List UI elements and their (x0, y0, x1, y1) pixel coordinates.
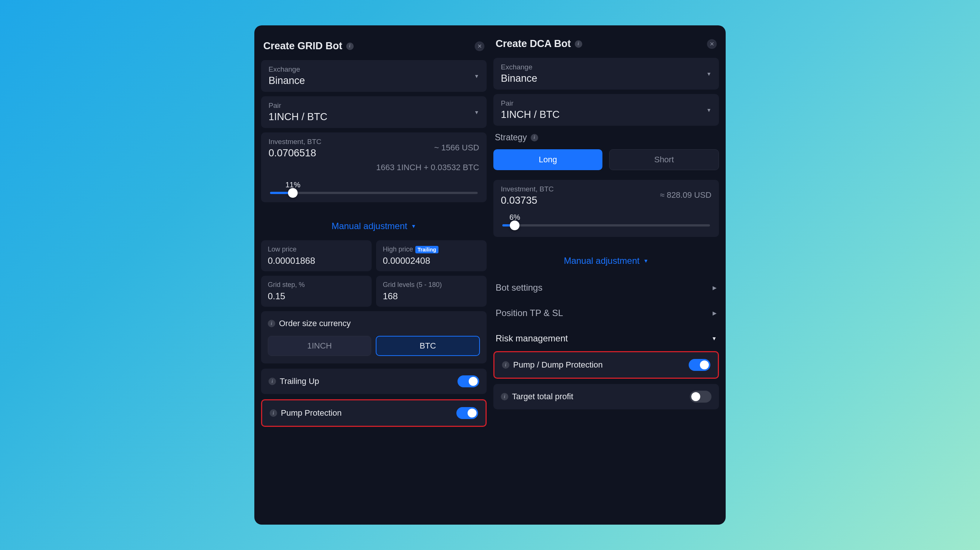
dca-title: Create DCA Bot (496, 38, 571, 50)
investment-field: Investment, BTC 0.0706518 ~ 1566 USD 166… (261, 132, 487, 202)
grid-step-field[interactable]: Grid step, % 0.15 (261, 276, 372, 307)
pump-protection-toggle[interactable] (457, 407, 478, 419)
dca-investment-field: Investment, BTC 0.03735 ≈ 828.09 USD 6% (493, 180, 719, 237)
exchange-value: Binance (269, 75, 305, 87)
info-icon[interactable]: i (346, 43, 354, 50)
info-icon[interactable]: i (268, 320, 275, 327)
investment-breakdown: 1663 1INCH + 0.03532 BTC (269, 163, 479, 173)
risk-management-accordion[interactable]: Risk management ▼ (493, 326, 719, 351)
investment-label: Investment, BTC (501, 185, 554, 193)
trailing-up-toggle[interactable] (458, 376, 479, 387)
currency-option-1inch[interactable]: 1INCH (268, 336, 371, 356)
manual-adjustment-link[interactable]: Manual adjustment ▼ (493, 255, 719, 266)
position-tp-sl-accordion[interactable]: Position TP & SL ▶ (493, 300, 719, 326)
bot-settings-accordion[interactable]: Bot settings ▶ (493, 275, 719, 300)
exchange-value: Binance (501, 73, 538, 84)
close-icon[interactable]: ✕ (475, 41, 484, 51)
info-icon[interactable]: i (501, 393, 508, 400)
slider-thumb[interactable] (510, 220, 520, 230)
exchange-dropdown[interactable]: Exchange Binance ▼ (261, 60, 487, 92)
chevron-down-icon: ▼ (474, 109, 479, 115)
chevron-down-icon: ▼ (711, 336, 717, 341)
info-icon[interactable]: i (270, 409, 277, 417)
trailing-badge: Trailing (415, 246, 439, 254)
strategy-long-button[interactable]: Long (493, 149, 602, 170)
grid-bot-panel: Create GRID Bot i ✕ Exchange Binance ▼ P… (261, 30, 487, 525)
order-size-label: Order size currency (279, 319, 351, 328)
high-price-field[interactable]: High price Trailing 0.00002408 (376, 240, 487, 271)
dca-header: Create DCA Bot i ✕ (493, 30, 719, 58)
chevron-right-icon: ▶ (713, 285, 717, 291)
pump-protection-label: Pump Protection (281, 408, 342, 418)
chevron-down-icon: ▼ (411, 223, 416, 229)
dca-bot-panel: Create DCA Bot i ✕ Exchange Binance ▼ Pa… (493, 30, 719, 525)
grid-levels-field[interactable]: Grid levels (5 - 180) 168 (376, 276, 487, 307)
pair-value: 1INCH / BTC (501, 109, 560, 120)
pump-dump-toggle[interactable] (689, 359, 710, 371)
trailing-up-label: Trailing Up (280, 377, 319, 386)
investment-value[interactable]: 0.03735 (501, 195, 554, 206)
trailing-up-toggle-row: i Trailing Up (261, 369, 487, 394)
exchange-label: Exchange (269, 65, 305, 73)
order-size-currency-box: i Order size currency 1INCH BTC (261, 311, 487, 363)
investment-slider[interactable]: 6% (502, 224, 710, 227)
pair-value: 1INCH / BTC (269, 111, 328, 123)
strategy-short-button[interactable]: Short (609, 149, 719, 170)
pair-label: Pair (269, 101, 328, 110)
slider-thumb[interactable] (288, 188, 298, 198)
currency-option-btc[interactable]: BTC (376, 336, 480, 356)
pump-dump-protection-row: i Pump / Dump Protection (493, 351, 719, 379)
strategy-label-row: Strategy i (495, 132, 718, 143)
pair-dropdown[interactable]: Pair 1INCH / BTC ▼ (261, 96, 487, 128)
chevron-down-icon: ▼ (643, 258, 648, 264)
investment-usd: ~ 1566 USD (434, 143, 479, 153)
chevron-down-icon: ▼ (706, 71, 711, 77)
exchange-dropdown[interactable]: Exchange Binance ▼ (493, 58, 719, 90)
manual-adjustment-link[interactable]: Manual adjustment ▼ (261, 221, 487, 231)
close-icon[interactable]: ✕ (707, 39, 717, 49)
exchange-label: Exchange (501, 63, 538, 71)
investment-label: Investment, BTC (269, 138, 321, 146)
investment-value[interactable]: 0.0706518 (269, 147, 321, 159)
info-icon[interactable]: i (575, 40, 582, 48)
pump-dump-label: Pump / Dump Protection (513, 360, 603, 370)
chevron-down-icon: ▼ (706, 107, 711, 113)
grid-title: Create GRID Bot (263, 40, 342, 52)
target-profit-toggle[interactable] (690, 391, 711, 403)
bot-creation-modal: Create GRID Bot i ✕ Exchange Binance ▼ P… (255, 25, 725, 525)
chevron-down-icon: ▼ (474, 73, 479, 79)
pair-label: Pair (501, 99, 560, 108)
grid-header: Create GRID Bot i ✕ (261, 30, 487, 60)
investment-slider[interactable]: 11% (270, 192, 478, 194)
info-icon[interactable]: i (502, 361, 509, 369)
low-price-field[interactable]: Low price 0.00001868 (261, 240, 372, 271)
info-icon[interactable]: i (531, 134, 538, 141)
pump-protection-toggle-row: i Pump Protection (261, 399, 487, 427)
chevron-right-icon: ▶ (713, 310, 717, 316)
info-icon[interactable]: i (269, 377, 276, 385)
target-total-profit-row: i Target total profit (493, 384, 719, 409)
pair-dropdown[interactable]: Pair 1INCH / BTC ▼ (493, 94, 719, 126)
target-profit-label: Target total profit (512, 392, 573, 401)
investment-usd: ≈ 828.09 USD (660, 190, 711, 200)
